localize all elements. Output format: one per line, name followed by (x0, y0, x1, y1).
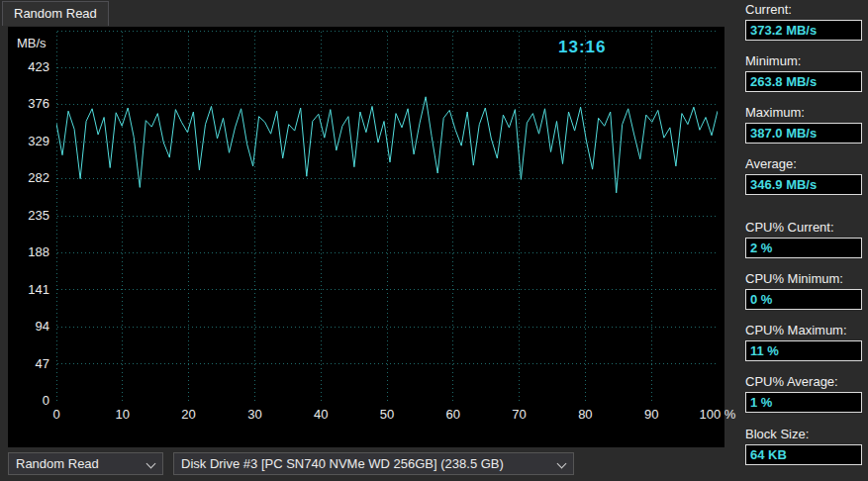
stat-value-box: 0 % (745, 289, 862, 310)
stat-minimum: Minimum: 263.8 MB/s (745, 53, 862, 92)
x-axis-tick: 20 (167, 407, 211, 422)
stat-label: CPU% Minimum: (745, 271, 862, 286)
stat-value-box: 2 % (745, 238, 862, 258)
x-axis-tick: 90 (629, 407, 673, 422)
stat-label: Current: (745, 2, 862, 17)
x-axis-tick: 40 (299, 407, 342, 422)
y-axis-tick: 235 (8, 208, 49, 224)
stat-maximum: Maximum: 387.0 MB/s (745, 105, 862, 144)
stat-label: Block Size: (745, 427, 862, 441)
y-axis-tick: 329 (8, 134, 49, 149)
x-axis-tick: 80 (563, 407, 607, 422)
y-axis-tick: 47 (8, 356, 49, 372)
y-axis-tick: 282 (8, 170, 49, 186)
x-axis-tick: 30 (233, 407, 276, 422)
stat-label: Average: (745, 156, 862, 171)
tab-random-read[interactable]: Random Read (2, 1, 109, 26)
x-axis-tick: 100 % (696, 407, 739, 422)
stat-label: Minimum: (745, 53, 862, 68)
chevron-down-icon (557, 459, 567, 469)
y-axis-tick: 188 (8, 244, 49, 260)
stat-value-box: 387.0 MB/s (745, 123, 862, 144)
drive-select-value: Disk Drive #3 [PC SN740 NVMe WD 256GB] (… (181, 456, 504, 471)
x-axis-tick: 0 (35, 407, 78, 422)
clock-label: 13:16 (558, 38, 606, 57)
x-axis-tick: 50 (365, 407, 409, 422)
y-axis-tick: 94 (8, 319, 49, 335)
plot-area (56, 31, 718, 401)
stat-cpu-maximum: CPU% Maximum: 11 % (745, 323, 862, 361)
stat-cpu-average: CPU% Average: 1 % (745, 374, 862, 413)
y-axis-tick: 141 (8, 282, 49, 298)
disk-benchmark-window: Random Read MB/s 423 376 329 282 235 188… (0, 0, 868, 481)
stat-value-box: 11 % (745, 340, 862, 361)
stat-block-size: Block Size: 64 KB (745, 427, 862, 465)
x-axis: 0 10 20 30 40 50 60 70 80 90 100 % (35, 407, 739, 422)
stat-value-box: 346.9 MB/s (745, 174, 862, 195)
drive-select[interactable]: Disk Drive #3 [PC SN740 NVMe WD 256GB] (… (173, 452, 574, 475)
stat-average: Average: 346.9 MB/s (745, 156, 862, 195)
chevron-down-icon (146, 459, 156, 469)
stat-label: Maximum: (745, 105, 862, 120)
x-axis-tick: 60 (432, 407, 475, 422)
stat-value-box: 1 % (745, 392, 862, 413)
stat-label: CPU% Average: (745, 374, 862, 389)
x-axis-tick: 10 (101, 407, 145, 422)
y-axis-tick: 423 (8, 59, 49, 75)
x-axis-tick: 70 (498, 407, 541, 422)
stat-current: Current: 373.2 MB/s (745, 2, 862, 41)
y-axis-tick: 376 (8, 96, 49, 112)
stat-value-box: 64 KB (745, 444, 862, 465)
y-axis: 423 376 329 282 235 188 141 94 47 0 (8, 59, 49, 409)
y-axis-unit: MB/s (17, 36, 47, 50)
stat-label: CPU% Current: (745, 220, 862, 235)
stat-value-box: 263.8 MB/s (745, 71, 862, 92)
chart-canvas (56, 31, 718, 401)
performance-chart: MB/s 423 376 329 282 235 188 141 94 47 0… (8, 27, 724, 447)
test-type-select-value: Random Read (16, 456, 99, 471)
stat-cpu-minimum: CPU% Minimum: 0 % (745, 271, 862, 310)
stat-cpu-current: CPU% Current: 2 % (745, 220, 862, 258)
stat-label: CPU% Maximum: (745, 323, 862, 337)
stat-value-box: 373.2 MB/s (745, 20, 862, 41)
test-type-select[interactable]: Random Read (8, 452, 163, 475)
stats-panel: Current: 373.2 MB/s Minimum: 263.8 MB/s … (745, 0, 862, 481)
